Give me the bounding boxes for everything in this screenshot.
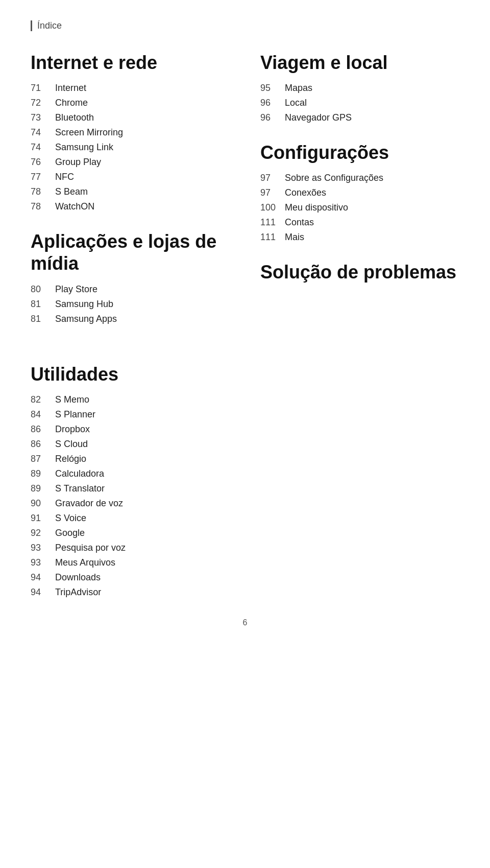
toc-entry: 96 Local	[260, 98, 459, 108]
toc-entry: 74 Screen Mirroring	[31, 127, 230, 138]
toc-entry: 81 Samsung Apps	[31, 314, 230, 324]
toc-entry: 82 S Memo	[31, 394, 459, 405]
toc-entry: 92 Google	[31, 528, 459, 538]
toc-entry: 91 S Voice	[31, 513, 459, 524]
section-utilidades: Utilidades 82 S Memo 84 S Planner 86 Dro…	[31, 363, 459, 598]
toc-entry: 80 Play Store	[31, 284, 230, 295]
toc-entry: 93 Pesquisa por voz	[31, 543, 459, 553]
toc-entry: 95 Mapas	[260, 83, 459, 93]
toc-entry: 78 S Beam	[31, 186, 230, 197]
toc-entry: 97 Conexões	[260, 187, 459, 198]
section-configuracoes-title: Configurações	[260, 142, 459, 163]
section-solucao: Solução de problemas	[260, 261, 459, 283]
toc-entry: 74 Samsung Link	[31, 142, 230, 153]
main-two-col: Internet e rede 71 Internet 72 Chrome 73…	[31, 52, 459, 343]
toc-entry: 73 Bluetooth	[31, 112, 230, 123]
toc-entry: 81 Samsung Hub	[31, 299, 230, 310]
section-viagem: Viagem e local 95 Mapas 96 Local 96 Nave…	[260, 52, 459, 123]
toc-entry: 87 Relógio	[31, 454, 459, 464]
page-header: Índice	[31, 20, 459, 31]
toc-entry: 76 Group Play	[31, 157, 230, 168]
section-solucao-title: Solução de problemas	[260, 261, 459, 283]
section-internet-rede-title: Internet e rede	[31, 52, 230, 74]
toc-entry: 72 Chrome	[31, 98, 230, 108]
toc-entry: 84 S Planner	[31, 409, 459, 420]
left-column: Internet e rede 71 Internet 72 Chrome 73…	[31, 52, 230, 343]
section-viagem-title: Viagem e local	[260, 52, 459, 74]
page-number: 6	[31, 618, 459, 627]
toc-entry: 90 Gravador de voz	[31, 498, 459, 509]
toc-entry: 100 Meu dispositivo	[260, 202, 459, 213]
section-configuracoes: Configurações 97 Sobre as Configurações …	[260, 142, 459, 243]
toc-entry: 71 Internet	[31, 83, 230, 93]
toc-entry: 94 Downloads	[31, 572, 459, 583]
section-aplicacoes: Aplicações e lojas de mídia 80 Play Stor…	[31, 230, 230, 324]
toc-entry: 86 Dropbox	[31, 424, 459, 435]
toc-entry: 96 Navegador GPS	[260, 112, 459, 123]
right-column: Viagem e local 95 Mapas 96 Local 96 Nave…	[260, 52, 459, 343]
toc-entry: 89 S Translator	[31, 483, 459, 494]
toc-entry: 78 WatchON	[31, 201, 230, 212]
toc-entry: 89 Calculadora	[31, 468, 459, 479]
section-utilidades-title: Utilidades	[31, 363, 459, 385]
toc-entry: 93 Meus Arquivos	[31, 557, 459, 568]
section-internet-rede: Internet e rede 71 Internet 72 Chrome 73…	[31, 52, 230, 212]
section-aplicacoes-title: Aplicações e lojas de mídia	[31, 230, 230, 274]
toc-entry: 111 Mais	[260, 232, 459, 243]
toc-entry: 77 NFC	[31, 172, 230, 182]
toc-entry: 97 Sobre as Configurações	[260, 173, 459, 183]
toc-entry: 111 Contas	[260, 217, 459, 228]
toc-entry: 86 S Cloud	[31, 439, 459, 450]
toc-entry: 94 TripAdvisor	[31, 587, 459, 598]
